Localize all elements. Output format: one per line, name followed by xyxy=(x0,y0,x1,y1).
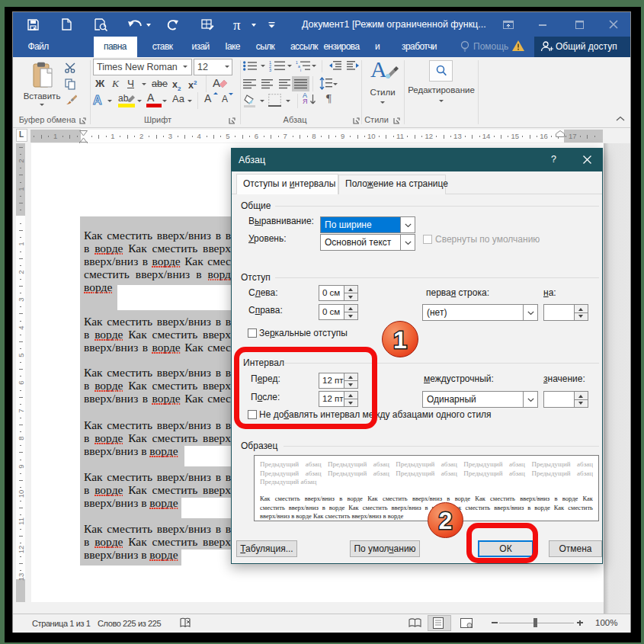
svg-text:i: i xyxy=(300,68,301,72)
svg-text:2: 2 xyxy=(438,507,452,534)
svg-text:А: А xyxy=(93,94,102,106)
svg-text:3: 3 xyxy=(269,68,271,72)
svg-text:1: 1 xyxy=(393,326,407,354)
svg-text:А: А xyxy=(213,76,220,89)
